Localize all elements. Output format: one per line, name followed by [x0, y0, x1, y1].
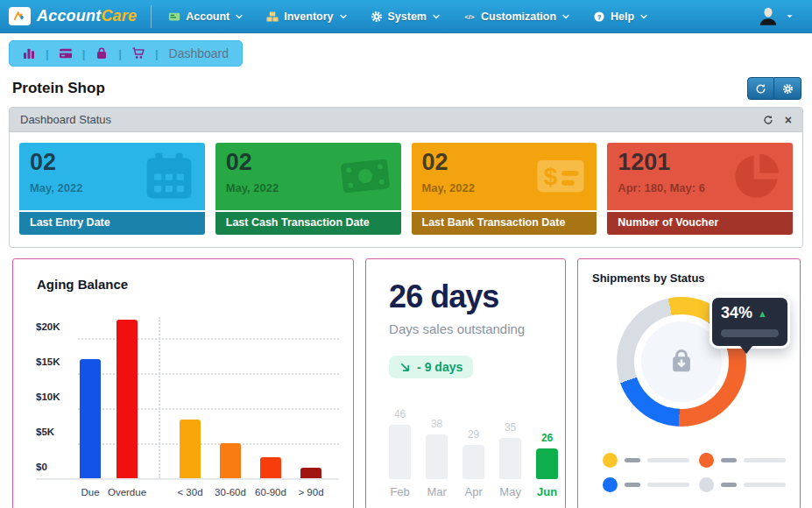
brand-name: AccountCare: [37, 7, 137, 25]
brand-logo-icon: [9, 7, 31, 25]
status-card-body: 1201Apr: 180, May: 6: [607, 143, 793, 210]
money-check-icon: [168, 11, 180, 23]
legend-item-yellow: [603, 453, 699, 468]
legend-dot: [699, 477, 714, 492]
dso-bar-value: 35: [505, 421, 516, 434]
navbar-divider: [151, 5, 152, 28]
menu-label: Inventory: [284, 11, 333, 23]
dso-value: 26 days: [389, 279, 565, 315]
x-axis-label: < 30d: [177, 487, 202, 497]
menu-label: System: [388, 11, 427, 23]
legend-item-blue: [603, 477, 699, 492]
donut-legend: [592, 453, 786, 492]
bar-chart-icon[interactable]: [22, 46, 36, 60]
dso-bar-jun: 26Jun: [536, 432, 558, 498]
chevron-down-icon: [339, 12, 348, 21]
brand-name-primary: Account: [37, 7, 101, 25]
status-card-label: Last Cash Transaction Date: [215, 212, 401, 235]
status-cards-row: 02May, 2022Last Entry Date02May, 2022Las…: [10, 132, 802, 247]
dso-bar-label: Jun: [537, 485, 557, 498]
x-axis-label: 60-90d: [255, 487, 286, 497]
y-axis-tick: $10K: [36, 392, 60, 402]
trend-badge-label: - 9 days: [417, 360, 462, 374]
close-icon[interactable]: ×: [785, 114, 792, 126]
money-bill-icon: [340, 151, 391, 201]
menu-system[interactable]: System: [359, 0, 452, 33]
breadcrumb-icons: ||||: [22, 46, 159, 60]
dso-bar-label: May: [499, 485, 521, 498]
chart-pie-icon: [731, 151, 782, 201]
dso-bar-label: Feb: [390, 485, 409, 498]
calendar-icon: [144, 151, 194, 201]
refresh-button[interactable]: [747, 77, 774, 100]
menu-customization[interactable]: </>Customization: [452, 0, 582, 33]
status-card-number-of-voucher: 1201Apr: 180, May: 6Number of Voucher: [607, 143, 793, 235]
panel-header-actions: ×: [763, 114, 792, 126]
status-card-last-cash-transaction-date: 02May, 2022Last Cash Transaction Date: [215, 143, 401, 235]
dso-bar-may: 35May: [499, 421, 521, 498]
dso-bar: [499, 438, 521, 479]
legend-placeholder-long: [647, 458, 689, 462]
dso-bar-label: Apr: [464, 485, 482, 498]
credit-card-icon[interactable]: [59, 46, 73, 60]
donut-chart-area: 34% ▲: [592, 295, 786, 444]
aging-bar-60-90d: [260, 457, 281, 478]
chevron-down-icon: [235, 12, 244, 21]
chevron-down-icon: [639, 12, 648, 21]
menu-account[interactable]: Account: [157, 0, 255, 33]
charts-row: Aging Balance $0$5K$10K$15K$20KDueOverdu…: [12, 258, 801, 508]
dso-bar: [462, 445, 484, 479]
breadcrumb-strip: |||| Dashboard: [0, 33, 812, 74]
x-axis-line: [36, 478, 339, 480]
panel-header: Dashboard Status ×: [10, 108, 802, 132]
aging-bar-overdue: [117, 320, 138, 478]
boxes-icon: [266, 11, 279, 23]
legend-dot: [603, 477, 618, 492]
refresh-icon[interactable]: [763, 115, 773, 125]
y-axis-tick: $0: [36, 462, 47, 472]
dso-mini-chart: 46Feb38Mar29Apr35May26Jun: [389, 408, 560, 498]
legend-item-orange: [699, 453, 786, 468]
top-navbar: AccountCare AccountInventorySystem</>Cus…: [0, 0, 812, 33]
page-actions: [747, 77, 801, 100]
aging-balance-chart: $0$5K$10K$15K$20KDueOverdue< 30d30-60d60…: [13, 295, 353, 505]
menu-help[interactable]: ?Help: [582, 0, 660, 33]
legend-placeholder-short: [625, 458, 640, 462]
dso-bar: [426, 434, 448, 479]
money-check-dollar-icon: $: [535, 151, 586, 201]
status-card-label: Last Bank Transaction Date: [412, 212, 597, 235]
aging-bar-due: [80, 359, 101, 478]
panel-title: Dashboard Status: [20, 113, 111, 126]
days-sales-outstanding-panel: 26 days Days sales outstanding - 9 days …: [365, 258, 566, 508]
dso-bar-value: 46: [394, 408, 406, 420]
dashboard-status-panel: Dashboard Status × 02May, 2022Last Entry…: [9, 107, 803, 248]
gear-icon: [371, 11, 383, 23]
menu-inventory[interactable]: Inventory: [255, 0, 358, 33]
dso-subtitle: Days sales outstanding: [389, 321, 565, 336]
status-card-body: 02May, 2022: [19, 143, 205, 210]
menu-label: Customization: [481, 11, 556, 23]
shopping-bag-icon[interactable]: [95, 46, 109, 60]
svg-text:?: ?: [597, 12, 602, 20]
shopping-cart-icon[interactable]: [131, 46, 145, 60]
legend-placeholder-short: [721, 458, 737, 462]
breadcrumb-separator: |: [155, 47, 159, 60]
svg-text:$: $: [544, 163, 558, 190]
trend-badge: - 9 days: [389, 356, 473, 378]
user-avatar-icon: [757, 5, 780, 28]
menu-label: Account: [186, 11, 229, 23]
settings-button[interactable]: [774, 77, 801, 100]
triangle-up-icon: ▲: [758, 308, 767, 319]
legend-placeholder-short: [721, 483, 737, 487]
status-card-body: 02May, 2022: [215, 143, 401, 210]
app-logo[interactable]: AccountCare: [9, 7, 137, 25]
dso-bar-apr: 29Apr: [462, 428, 484, 498]
arrow-down-right-icon: [399, 362, 411, 373]
dso-bar-value: 29: [468, 428, 479, 441]
dso-bar: [536, 448, 558, 479]
dso-bar-value: 26: [541, 432, 553, 444]
chevron-down-icon: [432, 12, 441, 21]
user-menu[interactable]: [757, 5, 801, 28]
status-card-last-entry-date: 02May, 2022Last Entry Date: [19, 143, 205, 235]
chevron-down-icon: [785, 11, 794, 21]
